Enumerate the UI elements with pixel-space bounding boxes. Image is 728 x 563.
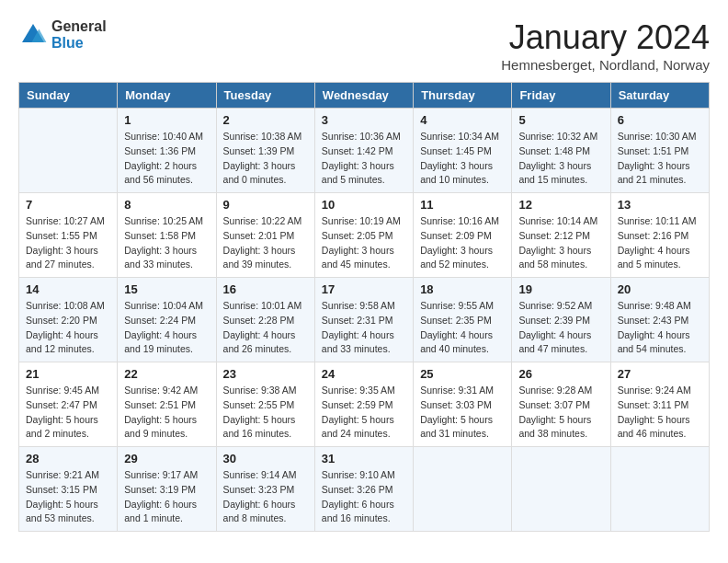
day-info: Sunrise: 9:35 AMSunset: 2:59 PMDaylight:… [322,384,406,442]
day-cell: 30Sunrise: 9:14 AMSunset: 3:23 PMDayligh… [216,447,314,532]
day-cell: 5Sunrise: 10:32 AMSunset: 1:48 PMDayligh… [512,109,610,193]
day-number: 9 [223,198,308,212]
day-info: Sunrise: 9:48 AMSunset: 2:43 PMDaylight:… [618,299,702,357]
day-info: Sunrise: 10:27 AMSunset: 1:55 PMDaylight… [26,214,110,272]
day-info: Sunrise: 9:24 AMSunset: 3:11 PMDaylight:… [618,384,702,442]
day-cell: 19Sunrise: 9:52 AMSunset: 2:39 PMDayligh… [512,278,610,362]
header-cell-monday: Monday [118,83,216,109]
day-info: Sunrise: 9:58 AMSunset: 2:31 PMDaylight:… [322,299,406,357]
day-number: 21 [26,367,110,381]
calendar-table: SundayMondayTuesdayWednesdayThursdayFrid… [18,82,710,532]
day-cell: 2Sunrise: 10:38 AMSunset: 1:39 PMDayligh… [216,109,314,193]
header-cell-wednesday: Wednesday [314,83,413,109]
day-info: Sunrise: 9:31 AMSunset: 3:03 PMDaylight:… [420,384,505,442]
day-info: Sunrise: 9:17 AMSunset: 3:19 PMDaylight:… [124,468,209,526]
day-number: 29 [124,452,209,465]
day-cell: 9Sunrise: 10:22 AMSunset: 2:01 PMDayligh… [216,193,314,278]
week-row-5: 28Sunrise: 9:21 AMSunset: 3:15 PMDayligh… [19,447,710,532]
day-info: Sunrise: 10:04 AMSunset: 2:24 PMDaylight… [124,299,209,357]
day-number: 6 [618,113,702,127]
day-number: 19 [518,282,603,296]
day-info: Sunrise: 10:34 AMSunset: 1:45 PMDaylight… [420,130,505,188]
day-cell: 20Sunrise: 9:48 AMSunset: 2:43 PMDayligh… [610,278,709,362]
header-row: SundayMondayTuesdayWednesdayThursdayFrid… [19,83,710,109]
day-info: Sunrise: 9:21 AMSunset: 3:15 PMDaylight:… [26,468,110,526]
day-info: Sunrise: 10:32 AMSunset: 1:48 PMDaylight… [518,130,603,188]
day-number: 24 [322,367,406,381]
day-number: 4 [420,113,505,127]
week-row-1: 1Sunrise: 10:40 AMSunset: 1:36 PMDayligh… [19,109,710,193]
day-info: Sunrise: 9:10 AMSunset: 3:26 PMDaylight:… [322,468,406,526]
day-number: 22 [124,367,209,381]
day-info: Sunrise: 10:40 AMSunset: 1:36 PMDaylight… [124,130,209,188]
logo-icon [18,20,48,50]
header: General Blue January 2024 Hemnesberget, … [18,18,710,73]
day-info: Sunrise: 10:38 AMSunset: 1:39 PMDaylight… [223,130,308,188]
day-cell [414,447,512,532]
day-cell: 27Sunrise: 9:24 AMSunset: 3:11 PMDayligh… [610,362,709,447]
day-cell: 22Sunrise: 9:42 AMSunset: 2:51 PMDayligh… [118,362,216,447]
title-area: January 2024 Hemnesberget, Nordland, Nor… [501,18,710,73]
day-info: Sunrise: 9:55 AMSunset: 2:35 PMDaylight:… [420,299,505,357]
day-cell: 8Sunrise: 10:25 AMSunset: 1:58 PMDayligh… [118,193,216,278]
day-cell: 13Sunrise: 10:11 AMSunset: 2:16 PMDaylig… [610,193,709,278]
day-info: Sunrise: 10:36 AMSunset: 1:42 PMDaylight… [322,130,406,188]
day-info: Sunrise: 10:16 AMSunset: 2:09 PMDaylight… [420,214,505,272]
day-cell: 29Sunrise: 9:17 AMSunset: 3:19 PMDayligh… [118,447,216,532]
day-number: 2 [223,113,308,127]
day-info: Sunrise: 10:08 AMSunset: 2:20 PMDaylight… [26,299,110,357]
week-row-2: 7Sunrise: 10:27 AMSunset: 1:55 PMDayligh… [19,193,710,278]
week-row-4: 21Sunrise: 9:45 AMSunset: 2:47 PMDayligh… [19,362,710,447]
day-number: 12 [518,198,603,212]
day-info: Sunrise: 9:52 AMSunset: 2:39 PMDaylight:… [518,299,603,357]
day-info: Sunrise: 9:28 AMSunset: 3:07 PMDaylight:… [518,384,603,442]
day-number: 30 [223,452,308,465]
day-cell: 25Sunrise: 9:31 AMSunset: 3:03 PMDayligh… [414,362,512,447]
day-number: 28 [26,452,110,465]
day-info: Sunrise: 9:38 AMSunset: 2:55 PMDaylight:… [223,384,308,442]
day-info: Sunrise: 9:45 AMSunset: 2:47 PMDaylight:… [26,384,110,442]
day-info: Sunrise: 10:14 AMSunset: 2:12 PMDaylight… [518,214,603,272]
day-number: 7 [26,198,110,212]
day-number: 5 [518,113,603,127]
day-number: 23 [223,367,308,381]
day-cell: 11Sunrise: 10:16 AMSunset: 2:09 PMDaylig… [414,193,512,278]
day-number: 18 [420,282,505,296]
day-info: Sunrise: 10:22 AMSunset: 2:01 PMDaylight… [223,214,308,272]
header-cell-friday: Friday [512,83,610,109]
day-number: 14 [26,282,110,296]
header-cell-sunday: Sunday [19,83,118,109]
day-cell: 18Sunrise: 9:55 AMSunset: 2:35 PMDayligh… [414,278,512,362]
day-cell: 6Sunrise: 10:30 AMSunset: 1:51 PMDayligh… [610,109,709,193]
day-number: 20 [618,282,702,296]
day-info: Sunrise: 10:19 AMSunset: 2:05 PMDaylight… [322,214,406,272]
day-cell [512,447,610,532]
day-number: 16 [223,282,308,296]
day-info: Sunrise: 9:42 AMSunset: 2:51 PMDaylight:… [124,384,209,442]
day-cell [19,109,118,193]
day-info: Sunrise: 10:25 AMSunset: 1:58 PMDaylight… [124,214,209,272]
day-cell: 10Sunrise: 10:19 AMSunset: 2:05 PMDaylig… [314,193,413,278]
day-number: 13 [618,198,702,212]
day-cell: 24Sunrise: 9:35 AMSunset: 2:59 PMDayligh… [314,362,413,447]
day-number: 1 [124,113,209,127]
day-cell: 21Sunrise: 9:45 AMSunset: 2:47 PMDayligh… [19,362,118,447]
header-cell-thursday: Thursday [414,83,512,109]
day-cell [610,447,709,532]
day-cell: 14Sunrise: 10:08 AMSunset: 2:20 PMDaylig… [19,278,118,362]
day-cell: 12Sunrise: 10:14 AMSunset: 2:12 PMDaylig… [512,193,610,278]
day-number: 15 [124,282,209,296]
day-cell: 7Sunrise: 10:27 AMSunset: 1:55 PMDayligh… [19,193,118,278]
day-cell: 17Sunrise: 9:58 AMSunset: 2:31 PMDayligh… [314,278,413,362]
day-cell: 31Sunrise: 9:10 AMSunset: 3:26 PMDayligh… [314,447,413,532]
day-cell: 1Sunrise: 10:40 AMSunset: 1:36 PMDayligh… [118,109,216,193]
day-cell: 26Sunrise: 9:28 AMSunset: 3:07 PMDayligh… [512,362,610,447]
day-cell: 4Sunrise: 10:34 AMSunset: 1:45 PMDayligh… [414,109,512,193]
day-number: 26 [518,367,603,381]
day-number: 8 [124,198,209,212]
day-info: Sunrise: 10:01 AMSunset: 2:28 PMDaylight… [223,299,308,357]
subtitle: Hemnesberget, Nordland, Norway [501,57,710,73]
day-number: 10 [322,198,406,212]
day-number: 3 [322,113,406,127]
day-info: Sunrise: 9:14 AMSunset: 3:23 PMDaylight:… [223,468,308,526]
